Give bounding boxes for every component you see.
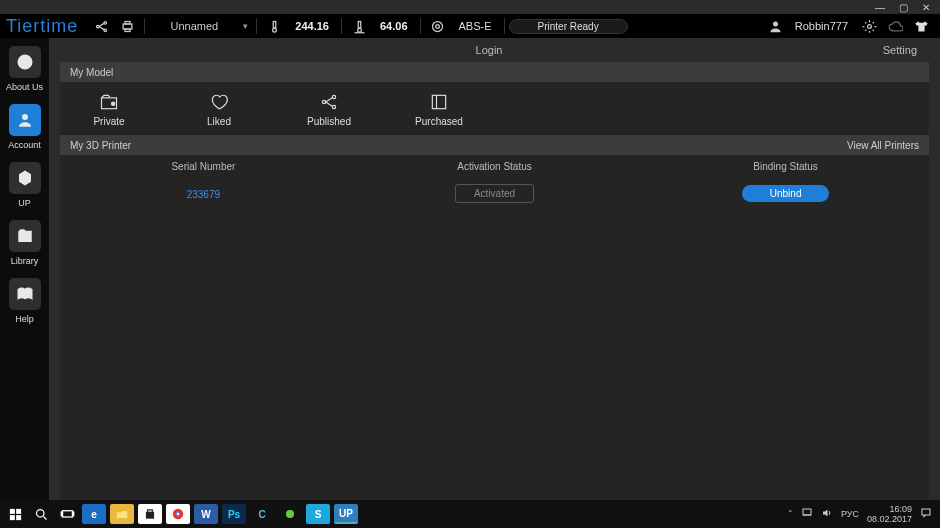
svg-point-19 [332,95,335,98]
taskview-icon[interactable] [54,501,80,527]
svg-point-9 [357,28,361,32]
top-toolbar: Tiertime Unnamed ▾ 244.16 64.06 ABS-E Pr… [0,14,940,38]
cloud-icon[interactable] [884,15,906,37]
separator [504,18,505,34]
printer-name[interactable]: Unnamed [149,20,239,32]
nozzle-temp-icon [263,15,285,37]
tray-chevron-icon[interactable]: ˄ [788,509,793,519]
user-icon[interactable] [765,15,787,37]
sub-header: Login Setting [49,38,929,62]
login-link[interactable]: Login [476,44,503,56]
my-model-row: Private Liked Published Purchased [60,82,929,135]
svg-rect-29 [72,512,73,516]
col-activation: Activation Status [347,161,642,172]
svg-rect-27 [62,510,72,516]
start-button[interactable] [2,501,28,527]
chevron-down-icon[interactable]: ▾ [243,21,248,31]
model-private-label: Private [93,116,124,127]
window-minimize[interactable]: — [875,2,885,12]
activated-button[interactable]: Activated [455,184,534,203]
svg-rect-21 [432,95,445,108]
svg-rect-25 [16,515,21,520]
brand-logo: Tiertime [6,16,78,37]
gear-icon[interactable] [858,15,880,37]
taskbar-ps[interactable]: Ps [222,504,246,524]
bed-temp-value: 64.06 [380,20,408,32]
material-label: ABS-E [459,20,492,32]
nav-library[interactable]: Library [0,220,49,266]
tshirt-icon[interactable] [910,15,932,37]
svg-point-13 [867,24,871,28]
window-maximize[interactable]: ▢ [899,2,908,12]
window-close[interactable]: ✕ [922,2,930,12]
view-all-printers-link[interactable]: View All Printers [847,140,919,151]
svg-point-15 [22,114,28,120]
svg-point-12 [773,21,778,26]
taskbar-up-active[interactable]: UP [334,504,358,524]
model-liked-label: Liked [207,116,231,127]
model-purchased[interactable]: Purchased [404,92,474,127]
nav-up[interactable]: UP [0,162,49,208]
my-model-header: My Model [60,62,929,82]
tray-time: 16:09 [867,504,912,514]
tray-network-icon[interactable] [801,507,813,521]
svg-rect-36 [803,509,811,515]
taskbar-chrome[interactable] [166,504,190,524]
svg-rect-5 [125,29,130,32]
left-nav: About Us Account UP Library Help [0,38,49,500]
taskbar-cura[interactable]: C [250,504,274,524]
tray-volume-icon[interactable] [821,507,833,521]
taskbar-app-green[interactable] [278,504,302,524]
nav-account[interactable]: Account [0,104,49,150]
nav-about-label: About Us [6,82,43,92]
svg-point-10 [433,21,443,31]
my-printer-title: My 3D Printer [70,140,131,151]
connect-icon[interactable] [90,15,112,37]
windows-taskbar: e W Ps C S UP ˄ РУС 16:09 08.02.2017 [0,500,940,528]
taskbar-skype[interactable]: S [306,504,330,524]
svg-rect-6 [273,21,276,27]
tray-lang[interactable]: РУС [841,509,859,519]
model-published-label: Published [307,116,351,127]
printer-table-row: 233679 Activated Unbind [60,178,929,209]
setting-link[interactable]: Setting [883,44,917,56]
model-published[interactable]: Published [294,92,364,127]
col-binding: Binding Status [642,161,929,172]
svg-point-17 [112,102,115,105]
user-name[interactable]: Robbin777 [795,20,848,32]
taskbar-word[interactable]: W [194,504,218,524]
svg-rect-37 [922,509,930,515]
model-private[interactable]: Private [74,92,144,127]
separator [420,18,421,34]
nav-about[interactable]: About Us [0,46,49,92]
svg-rect-8 [358,21,361,27]
svg-rect-22 [9,508,14,513]
svg-point-35 [286,510,294,518]
nav-up-label: UP [18,198,31,208]
separator [341,18,342,34]
col-serial: Serial Number [60,161,347,172]
taskbar-store[interactable] [138,504,162,524]
separator [256,18,257,34]
svg-point-11 [436,24,440,28]
tray-action-center-icon[interactable] [920,507,932,521]
svg-rect-23 [16,508,21,513]
model-liked[interactable]: Liked [184,92,254,127]
material-icon[interactable] [427,15,449,37]
taskbar-edge[interactable]: e [82,504,106,524]
svg-rect-28 [61,512,62,516]
search-icon[interactable] [28,501,54,527]
svg-point-2 [104,29,107,32]
svg-point-7 [272,28,276,32]
taskbar-explorer[interactable] [110,504,134,524]
print-icon[interactable] [116,15,138,37]
svg-point-0 [96,25,99,28]
nav-help[interactable]: Help [0,278,49,324]
unbind-button[interactable]: Unbind [742,185,830,202]
printer-table-head: Serial Number Activation Status Binding … [60,155,929,178]
tray-clock[interactable]: 16:09 08.02.2017 [867,504,912,524]
system-tray: ˄ РУС 16:09 08.02.2017 [788,504,938,524]
my-printer-header: My 3D Printer View All Printers [60,135,929,155]
serial-link[interactable]: 233679 [187,189,220,200]
svg-rect-4 [125,21,130,24]
